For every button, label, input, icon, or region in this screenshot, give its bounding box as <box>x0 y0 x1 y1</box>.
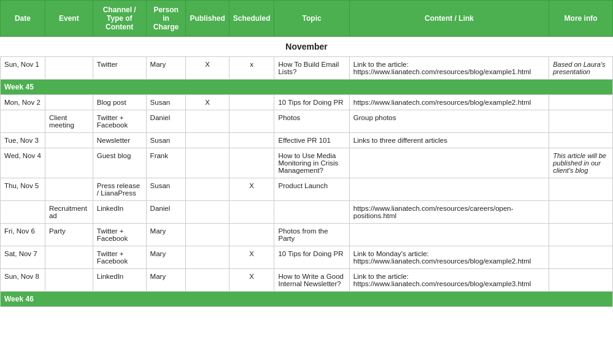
date-cell: Sun, Nov 8 <box>1 269 45 292</box>
more-info-cell <box>549 246 613 269</box>
content-cell: https://www.lianatech.com/resources/blog… <box>349 95 549 110</box>
published-cell <box>186 201 229 224</box>
more-info-cell <box>549 110 613 133</box>
published-cell <box>186 246 229 269</box>
more-info-cell: This article will be published in our cl… <box>549 148 613 178</box>
published-cell <box>186 178 229 201</box>
channel-cell: Twitter + Facebook <box>93 110 146 133</box>
scheduled-cell <box>229 110 274 133</box>
published-cell <box>186 110 229 133</box>
scheduled-cell <box>229 224 274 246</box>
table-row: Mon, Nov 2Blog postSusanX10 Tips for Doi… <box>1 95 613 110</box>
week-label: Week 46 <box>1 292 613 307</box>
table-row: Thu, Nov 5Press release / LianaPressSusa… <box>1 178 613 201</box>
topic-cell: Photos <box>274 110 349 133</box>
published-cell <box>186 148 229 178</box>
published-cell <box>186 224 229 246</box>
table-row: Recruitment adLinkedInDanielhttps://www.… <box>1 201 613 224</box>
published-cell <box>186 269 229 292</box>
col-published: Published <box>186 1 229 37</box>
more-info-cell: Based on Laura's presentation <box>549 57 613 80</box>
person-cell: Frank <box>146 148 186 178</box>
date-cell: Sat, Nov 7 <box>1 246 45 269</box>
scheduled-cell: X <box>229 269 274 292</box>
event-cell: Recruitment ad <box>45 201 93 224</box>
content-cell: Link to Monday's article: https://www.li… <box>349 246 549 269</box>
scheduled-cell: X <box>229 178 274 201</box>
event-cell: Party <box>45 224 93 246</box>
person-cell: Mary <box>146 57 186 80</box>
date-cell: Mon, Nov 2 <box>1 95 45 110</box>
table-row: Sun, Nov 8LinkedInMaryXHow to Write a Go… <box>1 269 613 292</box>
person-cell: Mary <box>146 224 186 246</box>
table-row: Fri, Nov 6PartyTwitter + FacebookMaryPho… <box>1 224 613 246</box>
content-cell: https://www.lianatech.com/resources/care… <box>349 201 549 224</box>
person-cell: Mary <box>146 269 186 292</box>
table-row: Wed, Nov 4Guest blogFrankHow to Use Medi… <box>1 148 613 178</box>
event-cell <box>45 95 93 110</box>
scheduled-cell <box>229 95 274 110</box>
week-label-row: Week 45 <box>1 80 613 95</box>
channel-cell: LinkedIn <box>93 201 146 224</box>
col-channel: Channel / Type of Content <box>93 1 146 37</box>
col-scheduled: Scheduled <box>229 1 274 37</box>
scheduled-cell <box>229 201 274 224</box>
topic-cell: Photos from the Party <box>274 224 349 246</box>
person-cell: Susan <box>146 95 186 110</box>
table-row: Sat, Nov 7Twitter + FacebookMaryX10 Tips… <box>1 246 613 269</box>
topic-cell: 10 Tips for Doing PR <box>274 246 349 269</box>
channel-cell: LinkedIn <box>93 269 146 292</box>
table-row: Sun, Nov 1TwitterMaryXxHow To Build Emai… <box>1 57 613 80</box>
col-date: Date <box>1 1 45 37</box>
content-cell: Links to three different articles <box>349 133 549 148</box>
person-cell: Susan <box>146 133 186 148</box>
more-info-cell <box>549 269 613 292</box>
date-cell <box>1 201 45 224</box>
event-cell <box>45 133 93 148</box>
event-cell <box>45 178 93 201</box>
col-content: Content / Link <box>349 1 549 37</box>
col-event: Event <box>45 1 93 37</box>
col-more-info: More info <box>549 1 613 37</box>
channel-cell: Blog post <box>93 95 146 110</box>
content-cell: Link to the article: https://www.lianate… <box>349 269 549 292</box>
content-cell: Group photos <box>349 110 549 133</box>
scheduled-cell <box>229 133 274 148</box>
content-cell <box>349 148 549 178</box>
published-cell: X <box>186 95 229 110</box>
person-cell: Daniel <box>146 110 186 133</box>
date-cell <box>1 110 45 133</box>
event-cell <box>45 269 93 292</box>
content-cell <box>349 178 549 201</box>
more-info-cell <box>549 178 613 201</box>
topic-cell: 10 Tips for Doing PR <box>274 95 349 110</box>
week-label-row: Week 46 <box>1 292 613 307</box>
week-label: Week 45 <box>1 80 613 95</box>
scheduled-cell: x <box>229 57 274 80</box>
date-cell: Fri, Nov 6 <box>1 224 45 246</box>
event-cell <box>45 148 93 178</box>
scheduled-cell <box>229 148 274 178</box>
person-cell: Mary <box>146 246 186 269</box>
content-cell: Link to the article: https://www.lianate… <box>349 57 549 80</box>
topic-cell <box>274 201 349 224</box>
header-row: Date Event Channel / Type of Content Per… <box>1 1 613 37</box>
topic-cell: How to Use Media Monitoring in Crisis Ma… <box>274 148 349 178</box>
more-info-cell <box>549 133 613 148</box>
date-cell: Thu, Nov 5 <box>1 178 45 201</box>
channel-cell: Newsletter <box>93 133 146 148</box>
channel-cell: Twitter + Facebook <box>93 224 146 246</box>
date-cell: Wed, Nov 4 <box>1 148 45 178</box>
event-cell: Client meeting <box>45 110 93 133</box>
month-header-row: November <box>1 37 613 57</box>
date-cell: Tue, Nov 3 <box>1 133 45 148</box>
topic-cell: Effective PR 101 <box>274 133 349 148</box>
channel-cell: Press release / LianaPress <box>93 178 146 201</box>
col-topic: Topic <box>274 1 349 37</box>
topic-cell: How to Write a Good Internal Newsletter? <box>274 269 349 292</box>
event-cell <box>45 57 93 80</box>
published-cell <box>186 133 229 148</box>
table-row: Tue, Nov 3NewsletterSusanEffective PR 10… <box>1 133 613 148</box>
event-cell <box>45 246 93 269</box>
topic-cell: Product Launch <box>274 178 349 201</box>
